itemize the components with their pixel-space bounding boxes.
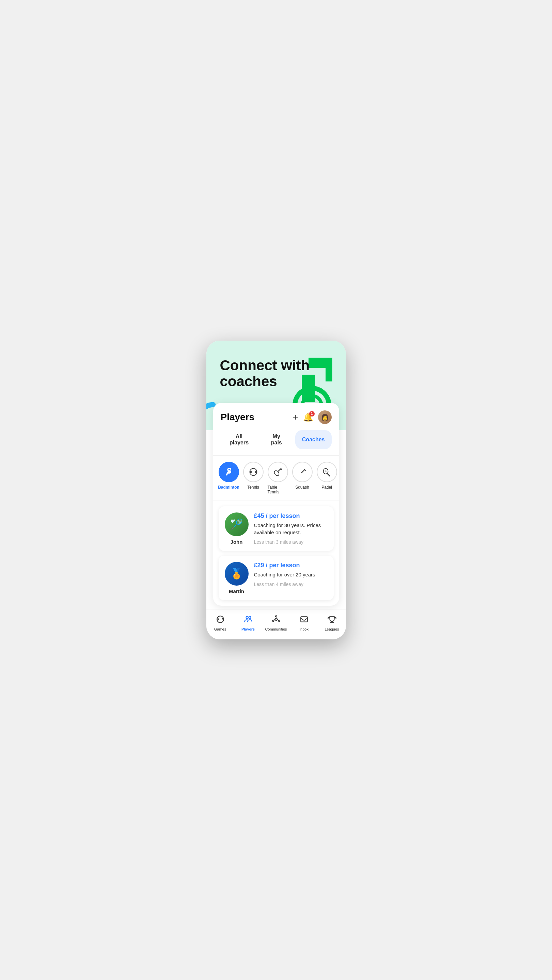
inbox-icon — [300, 615, 308, 626]
leagues-svg — [328, 615, 337, 624]
coach-martin-info: £29 / per lesson Coaching for over 20 ye… — [254, 562, 328, 594]
tennis-icon-wrap — [243, 462, 263, 482]
players-icon — [244, 615, 253, 626]
svg-line-11 — [327, 473, 330, 476]
coach-john-price: £45 / per lesson — [254, 512, 328, 520]
coach-martin-name: Martin — [229, 588, 244, 594]
bottom-nav: Games Players — [206, 609, 346, 640]
coach-martin-avatar-wrap: 🏅 Martin — [225, 562, 249, 594]
svg-point-12 — [217, 616, 224, 623]
squash-icon — [298, 467, 307, 477]
sport-filter: Badminton Tennis — [213, 456, 339, 501]
nav-item-players[interactable]: Players — [234, 614, 262, 633]
card-header: Players + 🔔 1 👩 — [213, 403, 339, 430]
tennis-label: Tennis — [247, 485, 259, 490]
games-svg — [216, 615, 225, 624]
table-tennis-icon — [273, 467, 282, 477]
coach-martin-price: £29 / per lesson — [254, 562, 328, 569]
badminton-icon — [224, 467, 234, 477]
nav-item-inbox[interactable]: Inbox — [290, 614, 318, 633]
svg-point-10 — [325, 470, 327, 472]
nav-item-communities[interactable]: Communities — [262, 614, 290, 633]
svg-point-13 — [246, 616, 248, 619]
padel-icon-wrap — [317, 462, 337, 482]
nav-communities-label: Communities — [265, 627, 287, 631]
badminton-label: Badminton — [218, 485, 239, 490]
svg-point-16 — [275, 616, 276, 617]
avatar[interactable]: 👩 — [318, 410, 332, 424]
nav-leagues-label: Leagues — [324, 627, 339, 631]
sport-item-table-tennis[interactable]: Table Tennis — [268, 462, 288, 495]
squash-icon-wrap — [292, 462, 313, 482]
coach-card-john[interactable]: 🏸 John £45 / per lesson Coaching for 30 … — [219, 506, 334, 551]
svg-rect-22 — [301, 617, 308, 622]
page-title: Players — [221, 412, 293, 423]
header-actions: + 🔔 1 👩 — [292, 410, 331, 424]
leagues-icon — [328, 615, 337, 626]
add-button[interactable]: + — [292, 412, 298, 422]
hero-title: Connect with coaches — [220, 358, 332, 389]
coach-martin-avatar: 🏅 — [225, 562, 249, 585]
svg-point-17 — [278, 620, 279, 621]
communities-svg — [272, 615, 281, 624]
table-tennis-label: Table Tennis — [268, 485, 288, 495]
badminton-icon-wrap — [219, 462, 239, 482]
table-tennis-icon-wrap — [268, 462, 288, 482]
padel-label: Padel — [321, 485, 332, 490]
coach-john-name: John — [231, 539, 243, 545]
sport-item-tennis[interactable]: Tennis — [243, 462, 263, 495]
tab-coaches[interactable]: Coaches — [295, 430, 332, 449]
svg-point-15 — [275, 618, 277, 620]
coach-martin-distance: Less than 4 miles away — [254, 582, 328, 587]
tabs-container: All players My pals Coaches — [213, 430, 339, 456]
padel-icon — [322, 467, 332, 477]
sport-item-badminton[interactable]: Badminton — [219, 462, 239, 495]
nav-inbox-label: Inbox — [299, 627, 308, 631]
tennis-icon — [249, 467, 258, 477]
squash-label: Squash — [295, 485, 309, 490]
svg-point-2 — [250, 468, 257, 476]
nav-item-leagues[interactable]: Leagues — [318, 614, 346, 633]
svg-point-5 — [280, 468, 282, 470]
coach-john-distance: Less than 3 miles away — [254, 539, 328, 545]
nav-players-label: Players — [241, 627, 255, 631]
games-icon — [216, 615, 225, 626]
coach-john-description: Coaching for 30 years. Prices available … — [254, 522, 328, 536]
tab-all-players[interactable]: All players — [221, 430, 258, 449]
tab-my-pals[interactable]: My pals — [261, 430, 292, 449]
nav-games-label: Games — [214, 627, 226, 631]
coach-card-martin[interactable]: 🏅 Martin £29 / per lesson Coaching for o… — [219, 556, 334, 600]
players-svg — [244, 615, 253, 624]
coach-martin-avatar-image: 🏅 — [225, 562, 249, 585]
sport-item-padel[interactable]: Padel — [317, 462, 337, 495]
main-card: Players + 🔔 1 👩 All players My pals Coac… — [213, 403, 339, 606]
svg-point-18 — [273, 620, 274, 621]
avatar-image: 👩 — [318, 410, 332, 424]
coach-john-info: £45 / per lesson Coaching for 30 years. … — [254, 512, 328, 545]
phone-frame: Connect with coaches Players + 🔔 1 — [206, 340, 346, 639]
inbox-svg — [300, 615, 308, 624]
notification-button[interactable]: 🔔 1 — [303, 412, 313, 422]
notification-badge: 1 — [309, 411, 315, 417]
nav-item-games[interactable]: Games — [206, 614, 234, 633]
svg-point-14 — [249, 616, 251, 619]
coach-john-avatar-wrap: 🏸 John — [225, 512, 249, 545]
sport-item-squash[interactable]: Squash — [292, 462, 313, 495]
coach-john-avatar: 🏸 — [225, 512, 249, 536]
coaches-list: 🏸 John £45 / per lesson Coaching for 30 … — [213, 501, 339, 606]
coach-martin-description: Coaching for over 20 years — [254, 571, 328, 578]
svg-line-7 — [302, 469, 305, 473]
communities-icon — [272, 615, 281, 626]
coach-john-avatar-image: 🏸 — [225, 512, 249, 536]
